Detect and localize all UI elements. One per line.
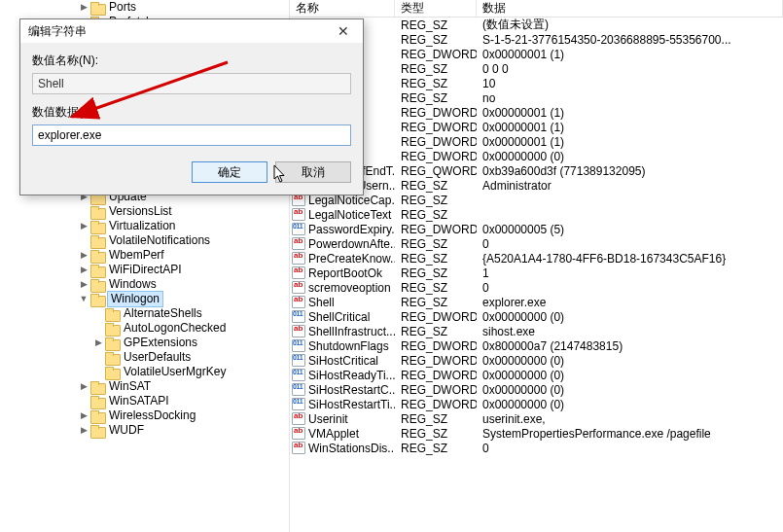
tree-item[interactable]: ▶WirelessDocking (0, 408, 289, 423)
value-name: ShellInfrastruct... (308, 325, 395, 338)
ok-button[interactable]: 确定 (192, 161, 267, 183)
folder-icon (90, 410, 104, 422)
chevron-right-icon[interactable]: ▶ (78, 277, 89, 292)
value-type: REG_DWORD (395, 369, 477, 382)
scrollbar[interactable] (773, 18, 783, 532)
chevron-right-icon[interactable]: ▶ (78, 219, 89, 233)
value-data: S-1-5-21-3776154350-2036688895-55356700.… (477, 33, 783, 47)
chevron-right-icon[interactable]: ▶ (78, 0, 89, 15)
registry-value-row[interactable]: IDREG_SZS-1-5-21-3776154350-2036688895-5… (290, 32, 783, 47)
binary-value-icon (292, 369, 305, 381)
column-header-type[interactable]: 类型 (395, 0, 477, 17)
registry-value-row[interactable]: ShellREG_SZexplorer.exe (290, 295, 783, 309)
tree-item[interactable]: ▼Winlogon (0, 292, 289, 306)
value-type: REG_SZ (395, 412, 477, 426)
tree-item[interactable]: ▶WinSAT (0, 379, 289, 394)
registry-value-row[interactable]: LastLogOffEndT...REG_QWORD0xb39a600d3f (… (290, 163, 783, 178)
tree-item[interactable]: VolatileUserMgrKey (0, 365, 289, 379)
registry-value-row[interactable]: ShellInfrastruct...REG_SZsihost.exe (290, 324, 783, 338)
tree-item[interactable]: ▶GPExtensions (0, 336, 289, 350)
registry-value-row[interactable]: PowerdownAfte...REG_SZ0 (290, 236, 783, 251)
registry-value-row[interactable]: Lo...REG_DWORD0x00000000 (0) (290, 149, 783, 163)
binary-value-icon (292, 354, 305, 367)
registry-value-row[interactable]: SiHostReadyTi...REG_DWORD0x00000000 (0) (290, 368, 783, 382)
folder-icon (90, 265, 104, 276)
registry-value-row[interactable]: UserinitREG_SZuserinit.exe, (290, 411, 783, 426)
registry-value-row[interactable]: ShutdownFlagsREG_DWORD0x800000a7 (214748… (290, 338, 783, 353)
registry-value-row[interactable]: LastUsedUsern...REG_SZAdministrator (290, 178, 783, 193)
tree-item[interactable]: VersionsList (0, 204, 289, 219)
value-name: SiHostRestartTi... (308, 398, 395, 411)
value-data: 1 (477, 266, 783, 280)
tree-item[interactable]: WinSATAPI (0, 394, 289, 408)
tree-item-label: AlternateShells (122, 306, 204, 321)
tree-item[interactable]: ▶Windows (0, 277, 289, 292)
chevron-right-icon[interactable]: ▶ (78, 408, 89, 423)
binary-value-icon (292, 223, 305, 235)
tree-item[interactable]: AlternateShells (0, 306, 289, 321)
column-header-data[interactable]: 数据 (477, 0, 783, 17)
registry-value-row[interactable]: SiHostCriticalREG_DWORD0x00000000 (0) (290, 353, 783, 368)
registry-value-row[interactable]: But...REG_DWORD0x00000001 (1) (290, 105, 783, 120)
registry-value-row[interactable]: WinStationsDis...REG_SZ0 (290, 441, 783, 455)
values-list[interactable]: REG_SZ(数值未设置)IDREG_SZS-1-5-21-3776154350… (290, 18, 783, 455)
chevron-right-icon[interactable]: ▶ (78, 423, 89, 438)
values-header: 名称 类型 数据 (290, 0, 783, 18)
registry-value-row[interactable]: ns...REG_SZ10 (290, 76, 783, 90)
registry-value-row[interactable]: REG_SZ(数值未设置) (290, 18, 783, 32)
registry-value-row[interactable]: Co...REG_SZno (290, 90, 783, 105)
column-header-name[interactable]: 名称 (290, 0, 395, 17)
string-value-icon (292, 208, 305, 221)
tree-item[interactable]: ▶WbemPerf (0, 248, 289, 263)
tree-item[interactable]: AutoLogonChecked (0, 321, 289, 336)
chevron-right-icon[interactable]: ▶ (92, 336, 104, 350)
value-name: PasswordExpiry... (308, 223, 395, 236)
folder-icon (90, 294, 104, 305)
close-icon[interactable]: ✕ (324, 19, 363, 43)
value-type: REG_SZ (395, 325, 477, 338)
registry-value-row[interactable]: tin...REG_DWORD0x00000001 (1) (290, 134, 783, 149)
registry-value-row[interactable]: LegalNoticeCap...REG_SZ (290, 193, 783, 207)
value-data: 0x00000001 (1) (477, 135, 783, 149)
registry-value-row[interactable]: SiHostRestartTi...REG_DWORD0x00000000 (0… (290, 397, 783, 411)
value-data: 0x800000a7 (2147483815) (477, 339, 783, 353)
cancel-button[interactable]: 取消 (275, 161, 351, 183)
registry-value-row[interactable]: ...REG_DWORD0x00000001 (1) (290, 120, 783, 134)
chevron-right-icon[interactable]: ▶ (78, 248, 89, 263)
registry-value-row[interactable]: SiHostRestartC...REG_DWORD0x00000000 (0) (290, 382, 783, 397)
registry-value-row[interactable]: PasswordExpiry...REG_DWORD0x00000005 (5) (290, 222, 783, 236)
value-type: REG_QWORD (395, 164, 477, 178)
value-data: 10 (477, 77, 783, 90)
chevron-right-icon[interactable]: ▶ (78, 379, 89, 394)
value-data-input[interactable] (32, 124, 351, 146)
registry-value-row[interactable]: VMAppletREG_SZSystemPropertiesPerformanc… (290, 426, 783, 441)
tree-item-label: VolatileUserMgrKey (122, 365, 228, 379)
registry-value-row[interactable]: ...REG_SZ0 0 0 (290, 61, 783, 76)
registry-value-row[interactable]: PreCreateKnow...REG_SZ{A520A1A4-1780-4FF… (290, 251, 783, 266)
dialog-titlebar[interactable]: 编辑字符串 ✕ (20, 19, 363, 43)
registry-value-row[interactable]: scremoveoptionREG_SZ0 (290, 280, 783, 295)
tree-item[interactable]: ▶Virtualization (0, 219, 289, 233)
registry-value-row[interactable]: ShellCriticalREG_DWORD0x00000000 (0) (290, 309, 783, 324)
tree-item[interactable]: ▶Ports (0, 0, 289, 15)
tree-item[interactable]: VolatileNotifications (0, 233, 289, 248)
folder-icon (90, 235, 104, 247)
registry-value-row[interactable]: ...REG_DWORD0x00000001 (1) (290, 47, 783, 61)
tree-item-label: Virtualization (107, 219, 177, 233)
chevron-right-icon[interactable]: ▶ (78, 263, 89, 277)
string-value-icon (292, 412, 305, 425)
value-data: 0x00000000 (0) (477, 354, 783, 368)
value-name: VMApplet (308, 427, 359, 441)
registry-value-row[interactable]: LegalNoticeTextREG_SZ (290, 207, 783, 222)
binary-value-icon (292, 398, 305, 410)
value-type: REG_SZ (395, 208, 477, 222)
value-type: REG_DWORD (395, 48, 477, 61)
string-value-icon (292, 325, 305, 337)
chevron-down-icon[interactable]: ▼ (78, 292, 89, 306)
tree-item[interactable]: ▶WUDF (0, 423, 289, 438)
tree-item[interactable]: UserDefaults (0, 350, 289, 365)
tree-item[interactable]: ▶WiFiDirectAPI (0, 263, 289, 277)
registry-value-row[interactable]: ReportBootOkREG_SZ1 (290, 266, 783, 280)
value-data-label: 数值数据(V): (32, 104, 351, 121)
value-data: Administrator (477, 179, 783, 193)
